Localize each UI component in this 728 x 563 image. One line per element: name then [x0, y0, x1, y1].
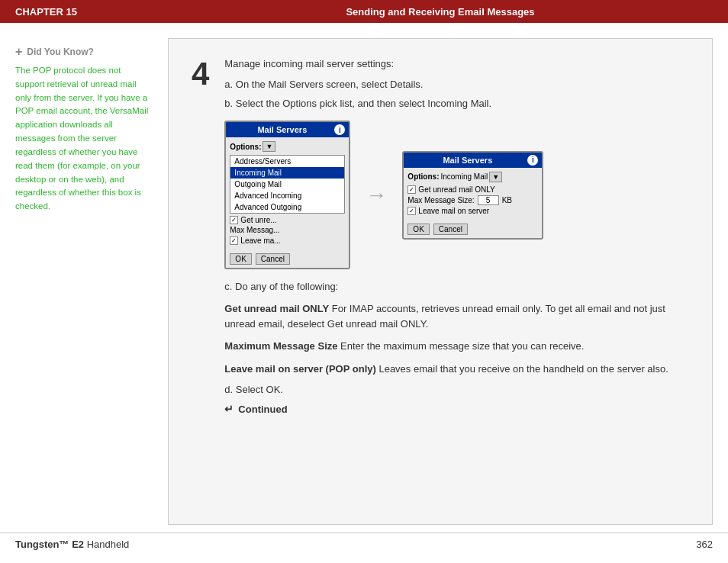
- screen1-options: Options: ▼: [230, 141, 345, 152]
- desc1-bold: Get unread mail ONLY: [224, 303, 329, 314]
- screen2-checkbox1[interactable]: ✓: [407, 185, 416, 194]
- chapter-label: CHAPTER 15: [15, 6, 168, 18]
- screen2: Mail Servers i Options: Incoming Mail ▼ …: [402, 151, 543, 240]
- screen2-cb2: ✓ Leave mail on server: [407, 207, 538, 215]
- arrow-icon: →: [366, 183, 387, 208]
- step-header: 4 Manage incoming mail server settings: …: [192, 58, 689, 415]
- screen2-title: Mail Servers: [407, 156, 527, 165]
- screen2-options: Options: Incoming Mail ▼: [407, 172, 538, 182]
- desc-row-2: Maximum Message Size Enter the maximum m…: [224, 339, 689, 354]
- desc-section: Get unread mail ONLY For IMAP accounts, …: [224, 301, 689, 376]
- screen2-maxmsg-value[interactable]: 5: [478, 195, 499, 205]
- screen2-options-value: Incoming Mail: [440, 172, 488, 181]
- screen1-maxmsg: Max Messag...: [230, 226, 345, 234]
- screen1-checkbox2[interactable]: ✓: [230, 236, 238, 245]
- sidebar: + Did You Know? The POP protocol does no…: [15, 38, 168, 525]
- screen1-cb1-label: Get unre...: [240, 216, 276, 224]
- did-you-know-title: Did You Know?: [27, 47, 94, 57]
- desc-row-1: Get unread mail ONLY For IMAP accounts, …: [224, 301, 689, 331]
- sub-step-b: b. Select the Options pick list, and the…: [224, 98, 689, 109]
- continued-label: Continued: [238, 404, 287, 415]
- footer-brand-name: Tungsten™ E2: [15, 539, 84, 550]
- footer-brand: Tungsten™ E2 Handheld: [15, 539, 129, 550]
- screen1-footer: OK Cancel: [226, 250, 349, 268]
- screen1: Mail Servers i Options: ▼ Address/Server…: [224, 121, 350, 269]
- menu-item-incoming[interactable]: Incoming Mail: [230, 167, 344, 179]
- screen2-dropdown-btn[interactable]: ▼: [489, 172, 502, 182]
- screen2-maxmsg: Max Message Size: 5 KB: [407, 195, 538, 205]
- sub-step-d: d. Select OK.: [224, 384, 689, 395]
- screen1-title: Mail Servers: [230, 125, 334, 134]
- screen2-cb1: ✓ Get unread mail ONLY: [407, 185, 538, 194]
- sub-step-a: a. On the Mail Servers screen, select De…: [224, 79, 689, 90]
- sub-step-c: c. Do any of the following:: [224, 281, 689, 292]
- screen1-cb2: ✓ Leave ma...: [230, 236, 345, 245]
- footer-page: 362: [696, 539, 713, 550]
- screen1-dropdown-btn[interactable]: ▼: [263, 141, 275, 152]
- screen1-checkbox1[interactable]: ✓: [230, 216, 238, 224]
- step-body: Manage incoming mail server settings: a.…: [224, 58, 689, 415]
- did-you-know-text: The POP protocol does not support retrie…: [15, 64, 153, 214]
- menu-item-adv-incoming[interactable]: Advanced Incoming: [230, 190, 344, 201]
- did-you-know-header: + Did You Know?: [15, 46, 153, 58]
- screen1-cb2-label: Leave ma...: [240, 236, 280, 245]
- screen2-body: Options: Incoming Mail ▼ ✓ Get unread ma…: [404, 168, 542, 220]
- screen2-checkbox2[interactable]: ✓: [407, 207, 416, 215]
- screen2-options-label: Options:: [407, 172, 439, 181]
- screen2-ok-btn[interactable]: OK: [407, 224, 429, 235]
- menu-item-address[interactable]: Address/Servers: [230, 156, 344, 167]
- screen2-cb1-label: Get unread mail ONLY: [418, 185, 494, 194]
- page-header: CHAPTER 15 Sending and Receiving Email M…: [0, 0, 728, 23]
- screen1-cb1: ✓ Get unre...: [230, 216, 345, 224]
- page-footer: Tungsten™ E2 Handheld 362: [0, 532, 728, 555]
- desc3-bold: Leave mail on server (POP only): [224, 363, 375, 375]
- screen1-titlebar: Mail Servers i: [226, 122, 349, 137]
- main-content: + Did You Know? The POP protocol does no…: [0, 23, 728, 532]
- desc2-bold: Maximum Message Size: [224, 340, 337, 352]
- screen2-footer: OK Cancel: [404, 220, 542, 238]
- step-number: 4: [192, 58, 209, 90]
- screen1-info-icon: i: [334, 124, 345, 135]
- screenshots: Mail Servers i Options: ▼ Address/Server…: [224, 121, 689, 269]
- desc2-text: Enter the maximum message size that you …: [337, 340, 584, 352]
- screen1-dropdown-menu: Address/Servers Incoming Mail Outgoing M…: [230, 155, 345, 214]
- screen2-cb2-label: Leave mail on server: [418, 207, 489, 215]
- menu-item-adv-outgoing[interactable]: Advanced Outgoing: [230, 201, 344, 213]
- continued-row: ↵ Continued: [224, 403, 689, 415]
- screen2-info-icon: i: [527, 155, 538, 166]
- desc-row-3: Leave mail on server (POP only) Leaves e…: [224, 362, 689, 377]
- screen1-ok-btn[interactable]: OK: [230, 253, 251, 265]
- screen2-maxmsg-label: Max Message Size:: [407, 196, 474, 204]
- menu-item-outgoing[interactable]: Outgoing Mail: [230, 179, 344, 190]
- chapter-title: Sending and Receiving Email Messages: [168, 6, 713, 18]
- continued-arrow-icon: ↵: [224, 403, 234, 415]
- screen1-options-label: Options:: [230, 143, 261, 151]
- screen2-maxmsg-unit: KB: [502, 196, 512, 204]
- desc3-text: Leaves email that you receive on the han…: [376, 363, 668, 375]
- screen1-cancel-btn[interactable]: Cancel: [256, 253, 290, 265]
- screen2-cancel-btn[interactable]: Cancel: [433, 224, 468, 235]
- step-intro: Manage incoming mail server settings:: [224, 58, 689, 69]
- footer-brand-suffix: Handheld: [87, 539, 130, 550]
- screen1-body: Options: ▼ Address/Servers Incoming Mail…: [226, 137, 349, 250]
- content-box: 4 Manage incoming mail server settings: …: [168, 38, 713, 525]
- plus-icon: +: [15, 46, 22, 58]
- screen2-titlebar: Mail Servers i: [404, 153, 542, 168]
